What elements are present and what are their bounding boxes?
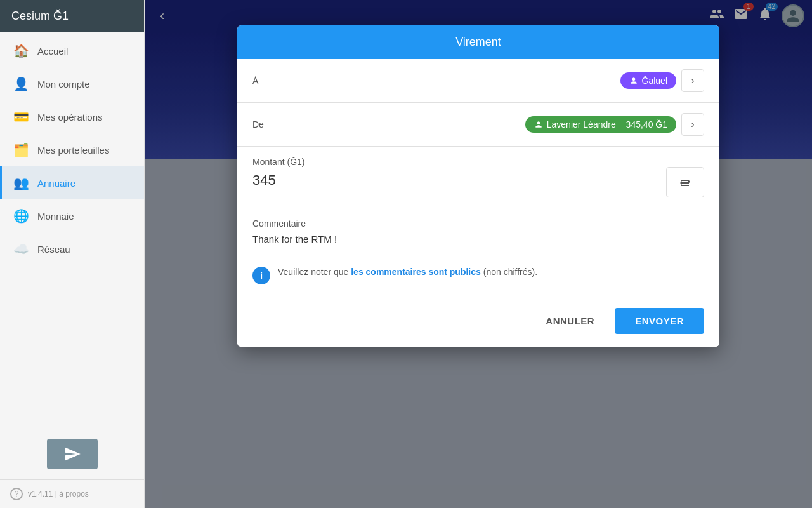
from-value: Lavenier Léandre 345,40 Ğ1 › xyxy=(525,113,704,136)
amount-value: 345 xyxy=(252,172,666,189)
modal-body: À Ğaluel › De Laveni xyxy=(237,59,719,295)
from-sender-label: Lavenier Léandre xyxy=(547,119,616,130)
cloud-icon: ☁️ xyxy=(13,241,29,257)
from-label: De xyxy=(252,119,278,130)
notice-highlight: les commentaires sont publics xyxy=(351,267,481,277)
sidebar-item-label: Monnaie xyxy=(37,211,74,222)
comment-label: Commentaire xyxy=(252,218,704,229)
to-recipient-tag: Ğaluel xyxy=(620,72,676,89)
send-icon xyxy=(63,445,81,463)
comment-value: Thank for the RTM ! xyxy=(252,234,704,244)
modal-footer: ANNULER ENVOYER xyxy=(237,295,719,347)
sender-user-icon xyxy=(534,120,543,129)
recipient-user-icon xyxy=(629,76,638,85)
sidebar-version: v1.4.11 | à propos xyxy=(28,490,89,498)
to-field: À Ğaluel › xyxy=(237,59,719,103)
sidebar-item-mon-compte[interactable]: 👤 Mon compte xyxy=(0,67,144,100)
swap-button[interactable] xyxy=(666,167,704,197)
sidebar-nav: 🏠 Accueil 👤 Mon compte 💳 Mes opérations … xyxy=(0,32,144,479)
to-value: Ğaluel › xyxy=(620,69,704,92)
amount-label: Montant (Ğ1) xyxy=(252,157,666,167)
credit-card-icon: 💳 xyxy=(13,109,29,124)
notice-suffix: (non chiffrés). xyxy=(481,267,537,277)
notice-prefix: Veuillez noter que xyxy=(278,267,351,277)
sidebar-title: Cesium Ğ1 xyxy=(0,0,144,32)
sidebar: Cesium Ğ1 🏠 Accueil 👤 Mon compte 💳 Mes o… xyxy=(0,0,145,508)
help-icon[interactable]: ? xyxy=(10,488,23,500)
virement-modal: Virement À Ğaluel › De xyxy=(237,25,719,347)
modal-overlay: Virement À Ğaluel › De xyxy=(145,0,812,508)
from-balance: 345,40 Ğ1 xyxy=(626,119,667,130)
sidebar-item-label: Mes portefeuilles xyxy=(37,145,109,156)
sidebar-item-label: Mon compte xyxy=(37,79,90,90)
group-icon: 👥 xyxy=(13,175,29,190)
home-icon: 🏠 xyxy=(13,43,29,58)
sidebar-item-mes-operations[interactable]: 💳 Mes opérations xyxy=(0,100,144,133)
sidebar-item-label: Réseau xyxy=(37,244,70,255)
sidebar-item-accueil[interactable]: 🏠 Accueil xyxy=(0,34,144,67)
from-field: De Lavenier Léandre 345,40 Ğ1 › xyxy=(237,103,719,147)
sidebar-item-label: Accueil xyxy=(37,46,68,57)
sidebar-item-monnaie[interactable]: 🌐 Monnaie xyxy=(0,199,144,232)
to-chevron-button[interactable]: › xyxy=(681,69,704,92)
from-sender-tag: Lavenier Léandre 345,40 Ğ1 xyxy=(525,116,676,133)
sidebar-item-reseau[interactable]: ☁️ Réseau xyxy=(0,232,144,265)
info-icon: i xyxy=(252,267,270,284)
amount-left: Montant (Ğ1) 345 xyxy=(252,157,666,189)
modal-title: Virement xyxy=(237,25,719,59)
from-chevron-button[interactable]: › xyxy=(681,113,704,136)
sidebar-item-label: Mes opérations xyxy=(37,112,103,123)
sidebar-footer: ? v1.4.11 | à propos xyxy=(0,479,144,508)
send-button[interactable]: ENVOYER xyxy=(615,308,704,334)
notice-text: Veuillez noter que les commentaires sont… xyxy=(278,265,537,279)
to-label: À xyxy=(252,76,278,86)
globe-icon: 🌐 xyxy=(13,208,29,224)
comment-section: Commentaire Thank for the RTM ! xyxy=(237,208,719,255)
user-icon: 👤 xyxy=(13,76,29,91)
sidebar-item-annuaire[interactable]: 👥 Annuaire xyxy=(0,166,144,199)
sidebar-item-label: Annuaire xyxy=(37,178,75,189)
amount-section: Montant (Ğ1) 345 xyxy=(237,147,719,208)
cancel-button[interactable]: ANNULER xyxy=(535,309,605,333)
notice-section: i Veuillez noter que les commentaires so… xyxy=(237,255,719,295)
send-button[interactable] xyxy=(47,439,98,469)
folder-icon: 🗂️ xyxy=(13,142,29,157)
swap-icon xyxy=(678,175,693,190)
main-area: ‹ 1 42 Virement xyxy=(145,0,812,508)
sidebar-item-mes-portefeuilles[interactable]: 🗂️ Mes portefeuilles xyxy=(0,133,144,166)
to-recipient-label: Ğaluel xyxy=(642,76,667,86)
